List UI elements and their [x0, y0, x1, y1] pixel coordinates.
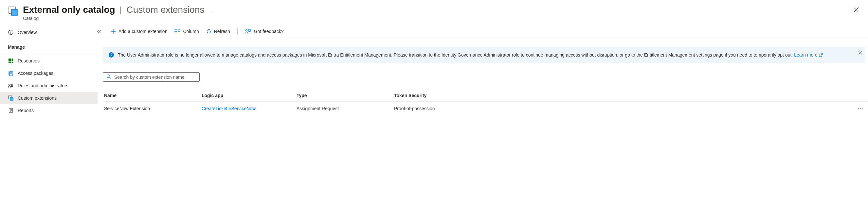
sidebar-section-manage: Manage	[0, 39, 97, 53]
cell-token: Proof-of-possession	[394, 106, 850, 111]
info-icon	[8, 29, 14, 35]
search-box[interactable]	[103, 72, 200, 82]
sidebar-item-resources[interactable]: Resources	[0, 54, 97, 67]
sidebar-item-label: Access packages	[18, 71, 53, 76]
sidebar-nav: Overview Manage Resources Access package…	[0, 24, 97, 119]
svg-rect-13	[8, 62, 10, 63]
refresh-button[interactable]: Refresh	[206, 29, 230, 34]
command-separator	[237, 28, 238, 35]
close-button[interactable]	[851, 5, 862, 16]
notification-banner: The User Administrator role is no longer…	[103, 47, 865, 63]
catalog-extension-icon	[8, 6, 18, 16]
package-icon	[8, 70, 14, 76]
feedback-button[interactable]: Got feedback?	[245, 29, 284, 34]
feedback-icon	[245, 29, 251, 34]
sidebar-item-overview[interactable]: Overview	[0, 26, 97, 39]
sidebar-item-custom-extensions[interactable]: Custom extensions	[0, 92, 97, 104]
command-label: Refresh	[214, 29, 230, 34]
svg-rect-7	[8, 59, 10, 60]
command-bar: Add a custom extension Column R	[97, 24, 868, 39]
page-header: External only catalog | Custom extension…	[0, 0, 868, 24]
breadcrumb: Catalog	[23, 16, 851, 21]
svg-point-39	[111, 53, 112, 54]
grid-icon	[8, 58, 14, 64]
refresh-icon	[206, 29, 211, 34]
external-link-icon	[819, 53, 823, 57]
sidebar-item-access-packages[interactable]: Access packages	[0, 67, 97, 79]
catalog-title: External only catalog	[23, 5, 115, 15]
column-button[interactable]: Column	[175, 29, 199, 34]
people-icon	[8, 83, 14, 88]
learn-more-link[interactable]: Learn more	[794, 52, 823, 58]
svg-point-20	[8, 84, 10, 85]
svg-point-6	[10, 31, 11, 32]
plus-icon	[111, 29, 116, 34]
notification-text: The User Administrator role is no longer…	[118, 52, 794, 58]
svg-rect-1	[11, 9, 17, 15]
link-label: Learn more	[794, 52, 817, 58]
search-icon	[106, 74, 111, 80]
table-header-row: Name Logic app Type Token Security	[103, 89, 868, 102]
cell-type: Assignment Request	[297, 106, 394, 111]
svg-point-44	[107, 75, 110, 78]
svg-rect-10	[8, 60, 10, 62]
sidebar-item-roles-admins[interactable]: Roles and administrators	[0, 79, 97, 92]
page-title-section: Custom extensions	[126, 5, 204, 15]
command-label: Add a custom extension	[119, 29, 167, 34]
search-input[interactable]	[114, 75, 196, 80]
svg-rect-12	[12, 60, 13, 62]
sidebar-item-label: Resources	[18, 58, 40, 64]
command-label: Got feedback?	[254, 29, 284, 34]
sidebar-item-label: Overview	[18, 30, 37, 35]
close-icon	[854, 7, 859, 12]
title-more-button[interactable]: ···	[208, 7, 219, 14]
svg-rect-15	[12, 62, 13, 63]
cell-name: ServiceNow Extension	[104, 106, 202, 111]
column-header-logic-app[interactable]: Logic app	[202, 93, 297, 98]
extensions-table: Name Logic app Type Token Security Servi…	[103, 89, 868, 115]
column-header-name[interactable]: Name	[104, 93, 202, 98]
reports-icon	[8, 108, 14, 113]
dismiss-notification-button[interactable]	[858, 50, 862, 56]
sidebar-item-label: Custom extensions	[18, 96, 57, 101]
svg-point-36	[246, 29, 247, 31]
table-row[interactable]: ServiceNow Extension CreateTicketInServi…	[103, 102, 868, 115]
title-separator: |	[120, 5, 122, 15]
sidebar-item-label: Roles and administrators	[18, 83, 68, 88]
svg-rect-8	[10, 59, 11, 60]
svg-point-21	[11, 84, 12, 86]
svg-line-45	[110, 77, 111, 79]
info-solid-icon	[108, 52, 114, 59]
column-header-token[interactable]: Token Security	[394, 93, 850, 98]
command-label: Column	[183, 29, 199, 34]
svg-rect-23	[10, 98, 13, 100]
close-icon	[858, 51, 862, 54]
svg-rect-14	[10, 62, 11, 63]
svg-rect-9	[12, 59, 13, 60]
svg-rect-11	[10, 60, 11, 62]
sidebar-item-label: Reports	[18, 108, 34, 113]
extension-icon	[8, 95, 14, 101]
add-custom-extension-button[interactable]: Add a custom extension	[111, 29, 167, 34]
columns-icon	[175, 29, 180, 34]
sidebar-item-reports[interactable]: Reports	[0, 104, 97, 117]
main-content: Add a custom extension Column R	[97, 24, 868, 115]
chevron-double-left-icon	[97, 29, 101, 34]
row-actions-button[interactable]: ···	[850, 105, 867, 112]
svg-line-41	[820, 53, 823, 55]
column-header-type[interactable]: Type	[297, 93, 394, 98]
collapse-sidebar-button[interactable]	[97, 29, 101, 35]
cell-logic-app-link[interactable]: CreateTicketInServiceNow	[202, 106, 297, 111]
